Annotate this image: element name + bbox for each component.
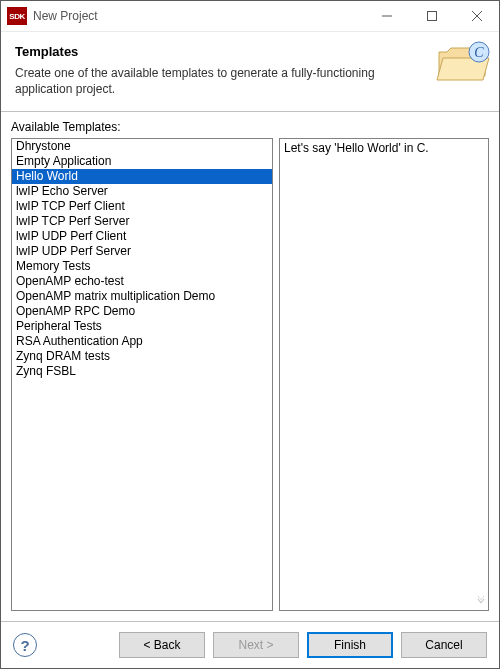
template-item[interactable]: OpenAMP echo-test: [12, 274, 272, 289]
close-button[interactable]: [454, 1, 499, 31]
templates-panes: DhrystoneEmpty ApplicationHello WorldlwI…: [11, 138, 489, 611]
template-item[interactable]: lwIP UDP Perf Client: [12, 229, 272, 244]
template-item[interactable]: Empty Application: [12, 154, 272, 169]
template-item[interactable]: Zynq DRAM tests: [12, 349, 272, 364]
templates-listbox[interactable]: DhrystoneEmpty ApplicationHello WorldlwI…: [11, 138, 273, 611]
window-title: New Project: [33, 9, 364, 23]
template-item[interactable]: lwIP Echo Server: [12, 184, 272, 199]
maximize-button[interactable]: [409, 1, 454, 31]
template-item[interactable]: lwIP UDP Perf Server: [12, 244, 272, 259]
folder-c-icon: C: [435, 38, 491, 87]
template-item[interactable]: RSA Authentication App: [12, 334, 272, 349]
template-item[interactable]: OpenAMP matrix multiplication Demo: [12, 289, 272, 304]
template-item[interactable]: Peripheral Tests: [12, 319, 272, 334]
template-description-box: Let's say 'Hello World' in C.: [279, 138, 489, 611]
template-item[interactable]: Hello World: [12, 169, 272, 184]
cancel-button[interactable]: Cancel: [401, 632, 487, 658]
next-button: Next >: [213, 632, 299, 658]
template-description-text: Let's say 'Hello World' in C.: [284, 141, 429, 155]
wizard-title: Templates: [15, 44, 485, 59]
wizard-description: Create one of the available templates to…: [15, 65, 395, 97]
dialog-window: SDK New Project Templates Create one of …: [0, 0, 500, 669]
svg-rect-1: [427, 12, 436, 21]
template-item[interactable]: lwIP TCP Perf Client: [12, 199, 272, 214]
templates-label: Available Templates:: [11, 120, 489, 134]
template-item[interactable]: lwIP TCP Perf Server: [12, 214, 272, 229]
help-button[interactable]: ?: [13, 633, 37, 657]
template-item[interactable]: Zynq FSBL: [12, 364, 272, 379]
template-item[interactable]: Memory Tests: [12, 259, 272, 274]
template-item[interactable]: OpenAMP RPC Demo: [12, 304, 272, 319]
wizard-buttonbar: ? < Back Next > Finish Cancel: [1, 621, 499, 668]
titlebar: SDK New Project: [1, 1, 499, 32]
wizard-body: Available Templates: DhrystoneEmpty Appl…: [1, 112, 499, 621]
minimize-button[interactable]: [364, 1, 409, 31]
app-icon: SDK: [7, 7, 27, 25]
back-button[interactable]: < Back: [119, 632, 205, 658]
template-item[interactable]: Dhrystone: [12, 139, 272, 154]
svg-text:C: C: [474, 45, 484, 60]
scroll-indicator-icon: [476, 596, 486, 608]
wizard-header: Templates Create one of the available te…: [1, 32, 499, 111]
finish-button[interactable]: Finish: [307, 632, 393, 658]
